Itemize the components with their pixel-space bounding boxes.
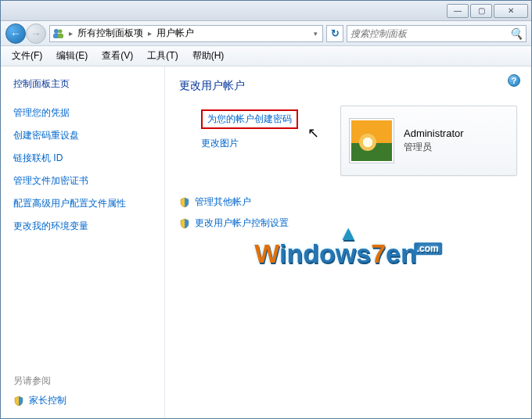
svg-point-0	[54, 29, 59, 34]
shield-icon	[179, 218, 190, 229]
shield-icon	[179, 197, 190, 208]
forward-button[interactable]: →	[26, 23, 46, 44]
avatar	[349, 118, 394, 163]
menu-file[interactable]: 文件(F)	[5, 46, 49, 66]
breadcrumb-arrow-icon: ▸	[67, 29, 74, 38]
sidebar-link-env-vars[interactable]: 更改我的环境变量	[13, 215, 152, 238]
address-dropdown-icon[interactable]: ▾	[310, 27, 321, 40]
sidebar-link-password-reset-disk[interactable]: 创建密码重设盘	[13, 124, 152, 147]
sidebar: 控制面板主页 管理您的凭据 创建密码重设盘 链接联机 ID 管理文件加密证书 配…	[1, 66, 165, 418]
breadcrumb-all-items[interactable]: 所有控制面板项	[77, 27, 143, 40]
menu-view[interactable]: 查看(V)	[95, 46, 139, 66]
user-info: Administrator 管理员	[404, 127, 464, 154]
page-title: 更改用户帐户	[179, 79, 517, 93]
menu-help[interactable]: 帮助(H)	[186, 46, 231, 66]
action-manage-other[interactable]: 管理其他帐户	[179, 192, 517, 213]
breadcrumb-arrow-icon: ▸	[146, 29, 153, 38]
back-button[interactable]: ←	[5, 23, 26, 44]
sidebar-link-encryption-cert[interactable]: 管理文件加密证书	[13, 170, 152, 192]
secondary-actions: 管理其他帐户 更改用户帐户控制设置	[179, 192, 517, 234]
nav-buttons: ← →	[5, 23, 46, 44]
primary-actions: 为您的帐户创建密码 更改图片 ↖	[179, 106, 325, 154]
user-accounts-icon	[52, 27, 64, 40]
user-card: Administrator 管理员	[340, 106, 517, 176]
highlight-box: 为您的帐户创建密码	[201, 109, 298, 129]
see-also-label: 另请参阅	[13, 374, 152, 388]
see-also-parental[interactable]: 家长控制	[13, 394, 152, 407]
breadcrumb-user-accounts[interactable]: 用户帐户	[156, 27, 194, 40]
menu-tools[interactable]: 工具(T)	[141, 46, 184, 66]
menu-edit[interactable]: 编辑(E)	[50, 46, 94, 66]
sidebar-link-credentials[interactable]: 管理您的凭据	[13, 102, 152, 124]
menu-bar: 文件(F) 编辑(E) 查看(V) 工具(T) 帮助(H)	[1, 46, 531, 66]
svg-rect-3	[58, 34, 63, 38]
svg-point-2	[59, 29, 63, 33]
search-box[interactable]: 🔍	[347, 25, 527, 42]
action-change-uac[interactable]: 更改用户帐户控制设置	[179, 213, 517, 234]
sidebar-link-online-id[interactable]: 链接联机 ID	[13, 147, 152, 170]
main-panel: ? 更改用户帐户 为您的帐户创建密码 更改图片 ↖ Administrator	[165, 66, 531, 418]
user-role: 管理员	[404, 141, 464, 154]
titlebar: — ▢ ✕	[1, 1, 531, 21]
content-area: 控制面板主页 管理您的凭据 创建密码重设盘 链接联机 ID 管理文件加密证书 配…	[1, 66, 531, 418]
see-also-parental-label: 家长控制	[29, 394, 66, 407]
maximize-button[interactable]: ▢	[470, 4, 492, 18]
watermark: ▲ Windows7en.com	[254, 238, 442, 269]
search-icon[interactable]: 🔍	[509, 27, 523, 40]
action-change-picture[interactable]: 更改图片	[201, 133, 325, 154]
sidebar-link-advanced-profile[interactable]: 配置高级用户配置文件属性	[13, 192, 152, 215]
action-manage-other-label: 管理其他帐户	[195, 195, 251, 209]
minimize-button[interactable]: —	[447, 4, 469, 18]
actions-row: 为您的帐户创建密码 更改图片 ↖ Administrator 管理员	[179, 106, 517, 176]
avatar-image	[351, 120, 392, 161]
user-name: Administrator	[404, 127, 464, 139]
action-change-uac-label: 更改用户帐户控制设置	[195, 217, 289, 230]
search-input[interactable]	[350, 28, 509, 39]
sidebar-home[interactable]: 控制面板主页	[13, 77, 152, 91]
close-button[interactable]: ✕	[494, 4, 528, 18]
help-icon[interactable]: ?	[508, 74, 520, 87]
control-panel-window: — ▢ ✕ ← → ▸ 所有控制面板项 ▸ 用户帐户 ▾ ↻ 🔍 文件(F) 编…	[0, 0, 532, 419]
address-bar[interactable]: ▸ 所有控制面板项 ▸ 用户帐户 ▾	[49, 25, 323, 42]
refresh-button[interactable]: ↻	[326, 25, 343, 42]
navigation-bar: ← → ▸ 所有控制面板项 ▸ 用户帐户 ▾ ↻ 🔍	[1, 21, 531, 46]
action-create-password[interactable]: 为您的帐户创建密码	[201, 106, 325, 133]
shield-icon	[13, 396, 24, 406]
